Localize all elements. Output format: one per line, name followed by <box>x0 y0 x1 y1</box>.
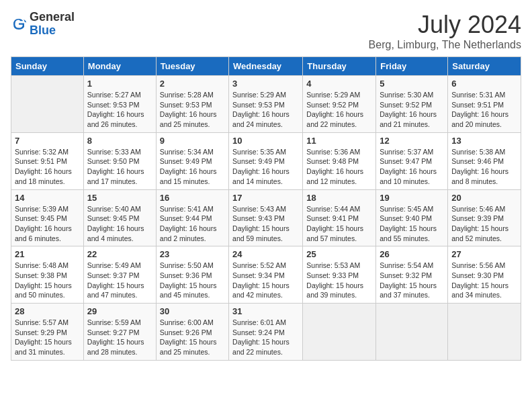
day-info: Sunrise: 5:59 AM Sunset: 9:27 PM Dayligh… <box>87 318 152 357</box>
day-info: Sunrise: 5:52 AM Sunset: 9:34 PM Dayligh… <box>232 261 299 300</box>
calendar-cell <box>448 304 521 361</box>
logo: GeneralBlue <box>11 11 75 38</box>
calendar-week-1: 7Sunrise: 5:32 AM Sunset: 9:51 PM Daylig… <box>11 132 521 189</box>
day-number: 17 <box>232 193 299 203</box>
day-info: Sunrise: 5:43 AM Sunset: 9:43 PM Dayligh… <box>232 204 299 244</box>
calendar-cell: 21Sunrise: 5:48 AM Sunset: 9:38 PM Dayli… <box>11 246 84 304</box>
calendar-cell <box>11 76 84 133</box>
weekday-header-thursday: Thursday <box>303 57 376 76</box>
day-number: 13 <box>451 136 517 146</box>
day-number: 9 <box>160 136 225 146</box>
day-number: 1 <box>87 79 152 89</box>
calendar-cell: 7Sunrise: 5:32 AM Sunset: 9:51 PM Daylig… <box>11 132 84 189</box>
day-info: Sunrise: 5:28 AM Sunset: 9:53 PM Dayligh… <box>160 90 225 130</box>
day-info: Sunrise: 6:00 AM Sunset: 9:26 PM Dayligh… <box>160 318 225 357</box>
day-info: Sunrise: 5:36 AM Sunset: 9:48 PM Dayligh… <box>306 147 372 187</box>
day-number: 20 <box>451 193 517 203</box>
day-info: Sunrise: 5:40 AM Sunset: 9:45 PM Dayligh… <box>87 204 152 244</box>
calendar-cell: 29Sunrise: 5:59 AM Sunset: 9:27 PM Dayli… <box>83 304 156 361</box>
day-info: Sunrise: 5:48 AM Sunset: 9:38 PM Dayligh… <box>15 261 80 300</box>
day-number: 12 <box>380 136 444 146</box>
weekday-header-saturday: Saturday <box>448 57 521 76</box>
calendar-cell <box>303 304 376 361</box>
weekday-header-wednesday: Wednesday <box>229 57 303 76</box>
calendar-cell: 16Sunrise: 5:41 AM Sunset: 9:44 PM Dayli… <box>156 189 228 246</box>
day-info: Sunrise: 5:37 AM Sunset: 9:47 PM Dayligh… <box>380 147 444 187</box>
calendar-cell: 4Sunrise: 5:29 AM Sunset: 9:52 PM Daylig… <box>303 76 376 133</box>
day-number: 5 <box>380 79 444 89</box>
day-info: Sunrise: 5:31 AM Sunset: 9:51 PM Dayligh… <box>451 90 517 130</box>
calendar-cell: 23Sunrise: 5:50 AM Sunset: 9:36 PM Dayli… <box>156 246 228 304</box>
calendar-cell: 24Sunrise: 5:52 AM Sunset: 9:34 PM Dayli… <box>229 246 303 304</box>
calendar-cell: 22Sunrise: 5:49 AM Sunset: 9:37 PM Dayli… <box>83 246 156 304</box>
day-number: 30 <box>160 306 225 316</box>
day-info: Sunrise: 5:27 AM Sunset: 9:53 PM Dayligh… <box>87 90 152 130</box>
day-number: 31 <box>232 306 299 316</box>
day-number: 6 <box>451 79 517 89</box>
day-number: 3 <box>232 79 299 89</box>
calendar-cell: 17Sunrise: 5:43 AM Sunset: 9:43 PM Dayli… <box>229 189 303 246</box>
calendar-cell: 1Sunrise: 5:27 AM Sunset: 9:53 PM Daylig… <box>83 76 156 133</box>
calendar-cell: 11Sunrise: 5:36 AM Sunset: 9:48 PM Dayli… <box>303 132 376 189</box>
weekday-header-monday: Monday <box>83 57 156 76</box>
day-number: 11 <box>306 136 372 146</box>
location: Berg, Limburg, The Netherlands <box>369 39 521 51</box>
title-block: July 2024 Berg, Limburg, The Netherlands <box>369 11 521 51</box>
calendar-cell: 28Sunrise: 5:57 AM Sunset: 9:29 PM Dayli… <box>11 304 84 361</box>
calendar-table: SundayMondayTuesdayWednesdayThursdayFrid… <box>11 56 521 361</box>
calendar-cell: 26Sunrise: 5:54 AM Sunset: 9:32 PM Dayli… <box>376 246 448 304</box>
calendar-cell: 25Sunrise: 5:53 AM Sunset: 9:33 PM Dayli… <box>303 246 376 304</box>
day-number: 14 <box>15 193 80 203</box>
day-info: Sunrise: 5:44 AM Sunset: 9:41 PM Dayligh… <box>306 204 372 244</box>
calendar-cell: 9Sunrise: 5:34 AM Sunset: 9:49 PM Daylig… <box>156 132 228 189</box>
day-number: 21 <box>15 249 80 259</box>
calendar-cell <box>376 304 448 361</box>
day-info: Sunrise: 5:29 AM Sunset: 9:53 PM Dayligh… <box>232 90 299 130</box>
logo-text: GeneralBlue <box>30 11 75 38</box>
day-number: 22 <box>87 249 152 259</box>
calendar-cell: 5Sunrise: 5:30 AM Sunset: 9:52 PM Daylig… <box>376 76 448 133</box>
day-info: Sunrise: 5:54 AM Sunset: 9:32 PM Dayligh… <box>380 261 444 300</box>
day-number: 4 <box>306 79 372 89</box>
calendar-cell: 30Sunrise: 6:00 AM Sunset: 9:26 PM Dayli… <box>156 304 228 361</box>
calendar-cell: 31Sunrise: 6:01 AM Sunset: 9:24 PM Dayli… <box>229 304 303 361</box>
calendar-cell: 20Sunrise: 5:46 AM Sunset: 9:39 PM Dayli… <box>448 189 521 246</box>
day-number: 18 <box>306 193 372 203</box>
calendar-cell: 3Sunrise: 5:29 AM Sunset: 9:53 PM Daylig… <box>229 76 303 133</box>
day-number: 29 <box>87 306 152 316</box>
day-info: Sunrise: 5:30 AM Sunset: 9:52 PM Dayligh… <box>380 90 444 130</box>
weekday-header-row: SundayMondayTuesdayWednesdayThursdayFrid… <box>11 57 521 76</box>
day-info: Sunrise: 5:49 AM Sunset: 9:37 PM Dayligh… <box>87 261 152 300</box>
day-number: 19 <box>380 193 444 203</box>
calendar-cell: 18Sunrise: 5:44 AM Sunset: 9:41 PM Dayli… <box>303 189 376 246</box>
day-number: 2 <box>160 79 225 89</box>
day-info: Sunrise: 5:53 AM Sunset: 9:33 PM Dayligh… <box>306 261 372 300</box>
day-info: Sunrise: 5:46 AM Sunset: 9:39 PM Dayligh… <box>451 204 517 244</box>
weekday-header-tuesday: Tuesday <box>156 57 228 76</box>
calendar-cell: 13Sunrise: 5:38 AM Sunset: 9:46 PM Dayli… <box>448 132 521 189</box>
day-info: Sunrise: 5:45 AM Sunset: 9:40 PM Dayligh… <box>380 204 444 244</box>
day-number: 28 <box>15 306 80 316</box>
day-number: 16 <box>160 193 225 203</box>
day-info: Sunrise: 5:32 AM Sunset: 9:51 PM Dayligh… <box>15 147 80 187</box>
day-info: Sunrise: 5:29 AM Sunset: 9:52 PM Dayligh… <box>306 90 372 130</box>
calendar-cell: 10Sunrise: 5:35 AM Sunset: 9:49 PM Dayli… <box>229 132 303 189</box>
day-number: 24 <box>232 249 299 259</box>
calendar-cell: 8Sunrise: 5:33 AM Sunset: 9:50 PM Daylig… <box>83 132 156 189</box>
day-info: Sunrise: 5:56 AM Sunset: 9:30 PM Dayligh… <box>451 261 517 300</box>
calendar-week-4: 28Sunrise: 5:57 AM Sunset: 9:29 PM Dayli… <box>11 304 521 361</box>
day-info: Sunrise: 6:01 AM Sunset: 9:24 PM Dayligh… <box>232 318 299 357</box>
logo-icon <box>11 16 27 32</box>
day-number: 8 <box>87 136 152 146</box>
weekday-header-sunday: Sunday <box>11 57 84 76</box>
page-header: GeneralBlue July 2024 Berg, Limburg, The… <box>11 11 521 51</box>
calendar-week-0: 1Sunrise: 5:27 AM Sunset: 9:53 PM Daylig… <box>11 76 521 133</box>
day-info: Sunrise: 5:39 AM Sunset: 9:45 PM Dayligh… <box>15 204 80 244</box>
day-info: Sunrise: 5:50 AM Sunset: 9:36 PM Dayligh… <box>160 261 225 300</box>
day-number: 25 <box>306 249 372 259</box>
calendar-cell: 12Sunrise: 5:37 AM Sunset: 9:47 PM Dayli… <box>376 132 448 189</box>
calendar-cell: 19Sunrise: 5:45 AM Sunset: 9:40 PM Dayli… <box>376 189 448 246</box>
calendar-cell: 15Sunrise: 5:40 AM Sunset: 9:45 PM Dayli… <box>83 189 156 246</box>
day-info: Sunrise: 5:38 AM Sunset: 9:46 PM Dayligh… <box>451 147 517 187</box>
day-number: 23 <box>160 249 225 259</box>
